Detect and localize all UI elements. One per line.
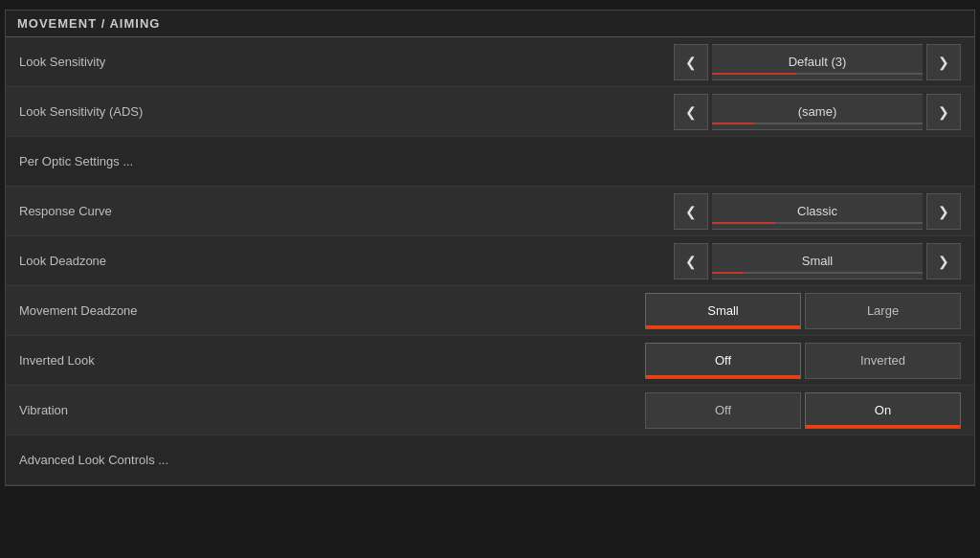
slider-track-look-sensitivity-ads (712, 123, 923, 124)
label-advanced-look-controls: Advanced Look Controls ... (19, 453, 168, 467)
toggle-group-movement-deadzone: SmallLarge (645, 293, 961, 329)
toggle-inverted-look-off[interactable]: Off (645, 343, 801, 379)
row-advanced-look-controls: Advanced Look Controls ... (6, 435, 974, 485)
panel-title: MOVEMENT / AIMING (6, 11, 974, 37)
toggle-vibration-on[interactable]: On (805, 392, 961, 429)
slider-track-look-deadzone (712, 272, 923, 274)
label-look-sensitivity-ads: Look Sensitivity (ADS) (19, 104, 143, 119)
value-display-look-sensitivity-ads: (same) (712, 94, 923, 130)
row-response-curve: Response Curve❮Classic❯ (6, 187, 974, 236)
value-text-look-sensitivity-ads: (same) (798, 104, 836, 119)
label-response-curve: Response Curve (19, 204, 112, 218)
value-display-look-deadzone: Small (712, 243, 923, 279)
arrow-left-look-sensitivity-ads[interactable]: ❮ (674, 94, 708, 130)
toggle-inverted-look-inverted[interactable]: Inverted (805, 343, 961, 379)
toggle-movement-deadzone-small[interactable]: Small (645, 293, 801, 329)
value-display-look-sensitivity: Default (3) (712, 44, 923, 80)
label-vibration: Vibration (19, 403, 68, 417)
toggle-group-vibration: OffOn (645, 392, 961, 429)
arrow-right-look-deadzone[interactable]: ❯ (926, 243, 961, 279)
label-look-sensitivity: Look Sensitivity (19, 55, 105, 69)
row-vibration: VibrationOffOn (6, 386, 974, 435)
arrow-left-look-sensitivity[interactable]: ❮ (674, 44, 708, 80)
label-movement-deadzone: Movement Deadzone (19, 303, 138, 318)
control-look-sensitivity: ❮Default (3)❯ (674, 44, 961, 80)
value-display-response-curve: Classic (712, 193, 923, 230)
arrow-right-response-curve[interactable]: ❯ (926, 193, 961, 230)
arrow-left-look-deadzone[interactable]: ❮ (674, 243, 708, 279)
row-look-deadzone: Look Deadzone❮Small❯ (6, 236, 974, 286)
toggle-movement-deadzone-large[interactable]: Large (805, 293, 961, 329)
row-look-sensitivity: Look Sensitivity❮Default (3)❯ (6, 37, 974, 87)
label-look-deadzone: Look Deadzone (19, 254, 106, 268)
slider-track-look-sensitivity (712, 73, 923, 75)
value-text-look-sensitivity: Default (3) (789, 55, 847, 69)
toggle-group-inverted-look: OffInverted (645, 343, 961, 379)
slider-fill-look-deadzone (712, 272, 744, 274)
label-inverted-look: Inverted Look (19, 353, 95, 368)
slider-fill-look-sensitivity (712, 73, 796, 75)
arrow-left-response-curve[interactable]: ❮ (674, 193, 708, 230)
value-text-look-deadzone: Small (802, 254, 834, 268)
value-text-response-curve: Classic (797, 204, 837, 218)
row-per-optic-settings: Per Optic Settings ... (6, 137, 974, 187)
slider-fill-look-sensitivity-ads (712, 123, 754, 124)
arrow-right-look-sensitivity[interactable]: ❯ (926, 44, 961, 80)
row-movement-deadzone: Movement DeadzoneSmallLarge (6, 286, 974, 336)
settings-rows: Look Sensitivity❮Default (3)❯Look Sensit… (6, 37, 974, 485)
toggle-vibration-off[interactable]: Off (645, 392, 801, 429)
control-response-curve: ❮Classic❯ (674, 193, 961, 230)
settings-panel: MOVEMENT / AIMING Look Sensitivity❮Defau… (5, 10, 975, 486)
arrow-right-look-sensitivity-ads[interactable]: ❯ (926, 94, 961, 130)
label-per-optic-settings: Per Optic Settings ... (19, 154, 133, 168)
row-inverted-look: Inverted LookOffInverted (6, 336, 974, 386)
control-look-deadzone: ❮Small❯ (674, 243, 961, 279)
control-look-sensitivity-ads: ❮(same)❯ (674, 94, 961, 130)
row-look-sensitivity-ads: Look Sensitivity (ADS)❮(same)❯ (6, 87, 974, 137)
slider-track-response-curve (712, 222, 923, 224)
slider-fill-response-curve (712, 222, 775, 224)
